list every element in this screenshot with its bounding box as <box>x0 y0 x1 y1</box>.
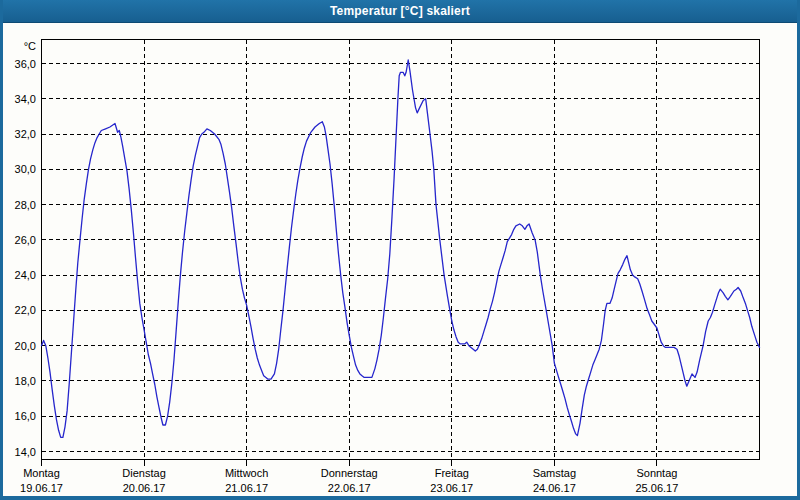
y-axis-tick-label: 34,0 <box>15 93 36 105</box>
x-axis-date-label: 25.06.17 <box>636 482 679 494</box>
x-axis-date-label: 24.06.17 <box>533 482 576 494</box>
temperature-chart: 36,034,032,030,028,026,024,022,020,018,0… <box>0 0 800 500</box>
plot-border <box>42 40 760 460</box>
x-axis-day-label: Samstag <box>533 467 576 479</box>
y-axis-tick-label: 16,0 <box>15 410 36 422</box>
x-axis-date-label: 23.06.17 <box>430 482 473 494</box>
chart-window: Temperatur [°C] skaliert 36,034,032,030,… <box>0 0 800 500</box>
y-axis-tick-label: 22,0 <box>15 304 36 316</box>
y-axis-tick-label: 20,0 <box>15 340 36 352</box>
x-axis-date-label: 19.06.17 <box>20 482 63 494</box>
x-axis-date-label: 20.06.17 <box>123 482 166 494</box>
y-axis-tick-label: 26,0 <box>15 234 36 246</box>
window-frame-bottom <box>0 496 800 500</box>
y-axis-tick-label: 14,0 <box>15 446 36 458</box>
y-axis-unit-label: °C <box>24 40 36 52</box>
y-axis-tick-label: 28,0 <box>15 199 36 211</box>
x-axis-date-label: 22.06.17 <box>328 482 371 494</box>
x-axis-day-label: Mittwoch <box>225 467 268 479</box>
y-axis-tick-label: 30,0 <box>15 163 36 175</box>
x-axis-day-label: Montag <box>23 467 60 479</box>
y-axis-tick-label: 36,0 <box>15 58 36 70</box>
x-axis-day-label: Donnerstag <box>321 467 378 479</box>
x-axis-day-label: Dienstag <box>122 467 165 479</box>
y-axis-tick-label: 32,0 <box>15 128 36 140</box>
y-axis-tick-label: 18,0 <box>15 375 36 387</box>
y-axis-tick-label: 24,0 <box>15 269 36 281</box>
x-axis-date-label: 21.06.17 <box>225 482 268 494</box>
x-axis-day-label: Freitag <box>435 467 469 479</box>
window-frame-left <box>0 0 3 500</box>
x-axis-day-label: Sonntag <box>636 467 677 479</box>
